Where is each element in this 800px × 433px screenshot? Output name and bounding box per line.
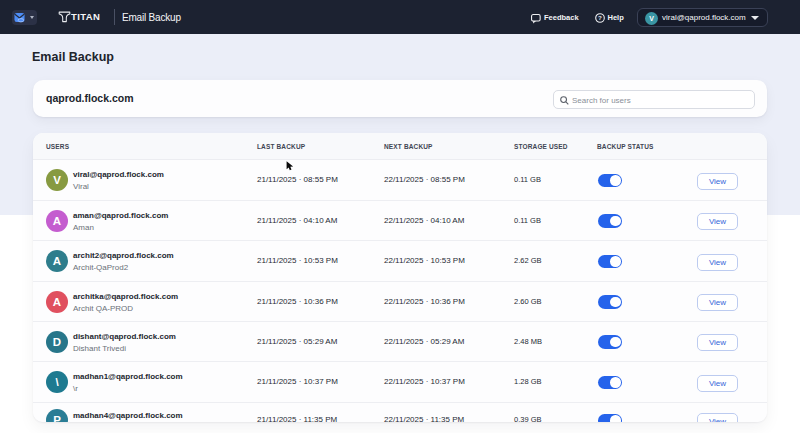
- svg-text:?: ?: [598, 14, 602, 21]
